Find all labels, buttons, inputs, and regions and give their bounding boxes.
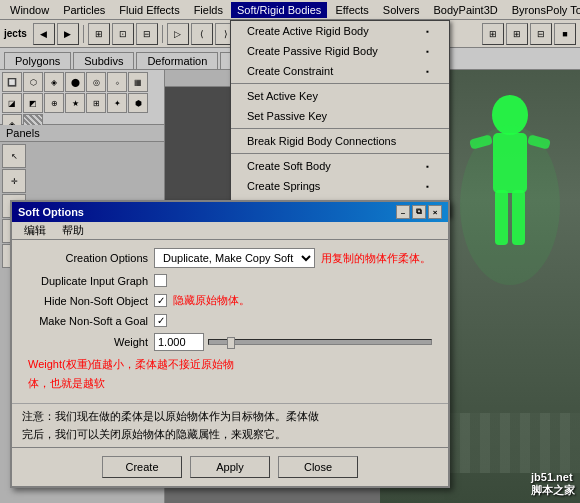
creation-options-label: Creation Options	[24, 252, 154, 264]
menu-create-springs[interactable]: Create Springs	[231, 176, 449, 196]
create-button[interactable]: Create	[102, 456, 182, 478]
icon-btn-5[interactable]: ◎	[86, 72, 106, 92]
weight-input[interactable]	[154, 333, 204, 351]
dropdown-menu: Create Active Rigid Body Create Passive …	[230, 20, 450, 217]
dialog-content: Creation Options Duplicate, Make Copy So…	[12, 240, 448, 403]
menu-set-active-key[interactable]: Set Active Key	[231, 86, 449, 106]
menu-set-passive-key[interactable]: Set Passive Key	[231, 106, 449, 126]
icon-btn-11[interactable]: ★	[65, 93, 85, 113]
weight-slider-track[interactable]	[208, 339, 432, 345]
icon-btn-8[interactable]: ◪	[2, 93, 22, 113]
toolbar-btn-2[interactable]: ⊡	[112, 23, 134, 45]
make-nonsoft-label: Make Non-Soft a Goal	[24, 315, 154, 327]
icon-btn-1[interactable]: 🔲	[2, 72, 22, 92]
hide-nonsoft-note: 隐藏原始物体。	[173, 293, 250, 308]
hide-nonsoft-checkbox[interactable]	[154, 294, 167, 307]
separator-2	[231, 128, 449, 129]
weight-label: Weight	[24, 336, 154, 348]
left-tool-2[interactable]: ✛	[2, 169, 26, 193]
hide-nonsoft-label: Hide Non-Soft Object	[24, 295, 154, 307]
tab-polygons[interactable]: Polygons	[4, 52, 71, 69]
creation-options-select[interactable]: Duplicate, Make Copy Soft	[154, 248, 315, 268]
left-panel-label-bar: Panels	[0, 125, 164, 142]
creation-options-row: Creation Options Duplicate, Make Copy So…	[24, 248, 436, 268]
menu-create-soft[interactable]: Create Soft Body	[231, 156, 449, 176]
duplicate-input-row: Duplicate Input Graph	[24, 274, 436, 287]
dialog-menu-edit[interactable]: 编辑	[16, 222, 54, 239]
dialog-title-buttons: – ⧉ ×	[396, 205, 442, 219]
menu-item-softrigid[interactable]: Soft/Rigid Bodies	[231, 2, 327, 18]
weight-note-2: 体，也就是越软	[24, 376, 436, 391]
weight-row: Weight	[24, 333, 436, 351]
toolbar-btn-4[interactable]: ▷	[167, 23, 189, 45]
make-nonsoft-checkbox[interactable]	[154, 314, 167, 327]
dialog-menubar: 编辑 帮助	[12, 222, 448, 240]
menu-item-bodypaint[interactable]: BodyPaint3D	[428, 2, 504, 18]
dialog-title: Soft Options	[18, 206, 84, 218]
duplicate-input-checkbox[interactable]	[154, 274, 167, 287]
left-panel-toolbar: 🔲 ⬡ ◈ ⬤ ◎ ⬦ ▦ ◪ ◩ ⊕ ★ ⊞ ✦ ⬢ ◈	[0, 70, 164, 125]
tab-subdivs[interactable]: Subdivs	[73, 52, 134, 69]
separator-1	[231, 83, 449, 84]
icon-btn-2[interactable]: ⬡	[23, 72, 43, 92]
watermark: jb51.net 脚本之家	[531, 471, 575, 498]
menu-item-fields[interactable]: Fields	[188, 2, 229, 18]
weight-slider-area	[154, 333, 436, 351]
app-window: Window Particles Fluid Effects Fields So…	[0, 0, 580, 503]
dialog-minimize-btn[interactable]: –	[396, 205, 410, 219]
toolbar-btn-fwd[interactable]: ▶	[57, 23, 79, 45]
icon-btn-12[interactable]: ⊞	[86, 93, 106, 113]
bottom-note: 注意：我们现在做的柔体是以原始物体作为目标物体。柔体做完后，我们可以关闭原始物体…	[22, 408, 438, 443]
menu-bar: Window Particles Fluid Effects Fields So…	[0, 0, 580, 20]
toolbar-btn-back[interactable]: ◀	[33, 23, 55, 45]
toolbar-btn-r2[interactable]: ⊞	[506, 23, 528, 45]
menu-break-connections[interactable]: Break Rigid Body Connections	[231, 131, 449, 151]
left-tool-1[interactable]: ↖	[2, 144, 26, 168]
menu-item-fluid[interactable]: Fluid Effects	[113, 2, 185, 18]
hide-nonsoft-row: Hide Non-Soft Object 隐藏原始物体。	[24, 293, 436, 308]
menu-item-byrons[interactable]: ByronsPoly Tools 1	[506, 2, 580, 18]
watermark-url: jb51.net	[531, 471, 575, 483]
dialog-titlebar: Soft Options – ⧉ ×	[12, 202, 448, 222]
weight-slider-thumb[interactable]	[227, 337, 235, 349]
dialog-buttons-area: Create Apply Close	[12, 447, 448, 486]
tab-deformation[interactable]: Deformation	[136, 52, 218, 69]
icon-btn-6[interactable]: ⬦	[107, 72, 127, 92]
close-button[interactable]: Close	[278, 456, 358, 478]
toolbar-btn-r3[interactable]: ⊟	[530, 23, 552, 45]
icon-btn-14[interactable]: ⬢	[128, 93, 148, 113]
icon-btn-7[interactable]: ▦	[128, 72, 148, 92]
menu-item-effects[interactable]: Effects	[329, 2, 374, 18]
dialog-soft-options: Soft Options – ⧉ × 编辑 帮助 Creation Option…	[10, 200, 450, 488]
menu-create-passive[interactable]: Create Passive Rigid Body	[231, 41, 449, 61]
dialog-close-btn[interactable]: ×	[428, 205, 442, 219]
make-nonsoft-control	[154, 314, 436, 327]
panels-label: Panels	[6, 127, 40, 139]
icon-btn-3[interactable]: ◈	[44, 72, 64, 92]
make-nonsoft-row: Make Non-Soft a Goal	[24, 314, 436, 327]
menu-create-constraint[interactable]: Create Constraint	[231, 61, 449, 81]
duplicate-input-label: Duplicate Input Graph	[24, 275, 154, 287]
toolbar-btn-r1[interactable]: ⊞	[482, 23, 504, 45]
dialog-menu-help[interactable]: 帮助	[54, 222, 92, 239]
watermark-text: 脚本之家	[531, 483, 575, 498]
icon-btn-4[interactable]: ⬤	[65, 72, 85, 92]
menu-item-particles[interactable]: Particles	[57, 2, 111, 18]
toolbar-btn-3[interactable]: ⊟	[136, 23, 158, 45]
toolbar-btn-5[interactable]: ⟨	[191, 23, 213, 45]
icon-btn-13[interactable]: ✦	[107, 93, 127, 113]
toolbar-btn-r4[interactable]: ■	[554, 23, 576, 45]
svg-point-6	[460, 125, 560, 285]
menu-create-active[interactable]: Create Active Rigid Body	[231, 21, 449, 41]
weight-note-1: Weight(权重)值越小，柔体越不接近原始物	[24, 357, 436, 372]
icon-btn-9[interactable]: ◩	[23, 93, 43, 113]
duplicate-input-control	[154, 274, 436, 287]
menu-item-window[interactable]: Window	[4, 2, 55, 18]
menu-item-solvers[interactable]: Solvers	[377, 2, 426, 18]
icon-btn-10[interactable]: ⊕	[44, 93, 64, 113]
dialog-maximize-btn[interactable]: ⧉	[412, 205, 426, 219]
apply-button[interactable]: Apply	[190, 456, 270, 478]
toolbar-btn-1[interactable]: ⊞	[88, 23, 110, 45]
hide-nonsoft-control: 隐藏原始物体。	[154, 293, 436, 308]
creation-options-control: Duplicate, Make Copy Soft 用复制的物体作柔体。	[154, 248, 436, 268]
